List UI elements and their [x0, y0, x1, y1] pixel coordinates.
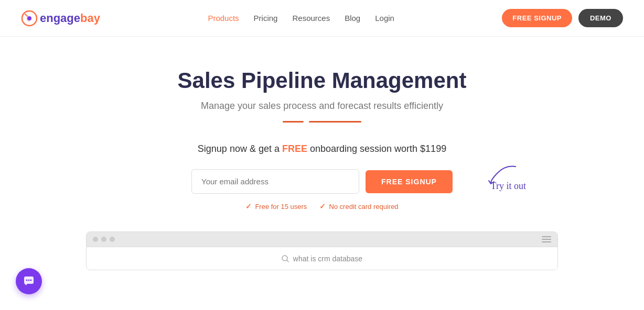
badge-no-cc-text: No credit card required: [329, 203, 398, 211]
email-row: FREE SIGNUP Try it out: [191, 169, 453, 194]
badge-free-text: Free for 15 users: [255, 203, 307, 211]
svg-point-6: [28, 280, 30, 281]
divider-short: [283, 121, 304, 123]
logo[interactable]: engagebay: [21, 10, 100, 27]
email-input[interactable]: [191, 169, 359, 194]
hero-section: Sales Pipeline Management Manage your sa…: [0, 37, 644, 286]
browser-bar: [87, 232, 557, 247]
browser-dots: [93, 237, 115, 242]
nav-pricing[interactable]: Pricing: [254, 14, 278, 23]
browser-menu-icon[interactable]: [542, 236, 551, 242]
nav-actions: FREE SIGNUP DEMO: [502, 9, 623, 27]
logo-engage-text: engage: [40, 12, 80, 25]
nav-login[interactable]: Login: [375, 14, 394, 23]
nav-resources[interactable]: Resources: [292, 14, 330, 23]
check-icon-free: ✓: [245, 202, 252, 211]
logo-icon: [21, 10, 38, 27]
menu-line-1: [542, 236, 551, 237]
hero-subtitle: Manage your sales process and forecast r…: [201, 101, 443, 112]
chat-bubble[interactable]: [16, 268, 42, 294]
hero-divider: [283, 121, 361, 123]
header-demo-button[interactable]: DEMO: [578, 9, 623, 27]
dot-1: [93, 237, 98, 242]
try-it-out-text: Try it out: [491, 181, 526, 192]
hero-signup-button[interactable]: FREE SIGNUP: [366, 170, 453, 193]
browser-content: what is crm database: [87, 247, 557, 270]
main-nav: Products Pricing Resources Blog Login: [208, 14, 394, 23]
browser-search-text: what is crm database: [293, 254, 362, 263]
menu-line-3: [542, 241, 551, 242]
dot-2: [101, 237, 106, 242]
badge-no-cc: ✓ No credit card required: [319, 202, 398, 211]
menu-line-2: [542, 239, 551, 240]
browser-mockup: what is crm database: [86, 231, 558, 270]
check-icon-nocc: ✓: [319, 202, 326, 211]
nav-blog[interactable]: Blog: [345, 14, 360, 23]
badge-free-users: ✓ Free for 15 users: [245, 202, 307, 211]
svg-point-7: [30, 280, 32, 281]
signup-promo: Signup now & get a FREE onboarding sessi…: [198, 143, 446, 154]
dot-3: [110, 237, 115, 242]
header: engagebay Products Pricing Resources Blo…: [0, 0, 644, 37]
header-free-signup-button[interactable]: FREE SIGNUP: [502, 9, 572, 27]
promo-free: FREE: [282, 143, 307, 154]
nav-products[interactable]: Products: [208, 14, 239, 23]
badge-row: ✓ Free for 15 users ✓ No credit card req…: [245, 202, 398, 211]
hero-title: Sales Pipeline Management: [178, 68, 467, 93]
logo-bay-text: bay: [80, 12, 100, 25]
browser-search-icon: [282, 255, 289, 262]
svg-point-1: [27, 16, 31, 20]
chat-icon: [23, 275, 35, 287]
divider-long: [309, 121, 361, 123]
svg-line-3: [287, 260, 288, 262]
svg-point-5: [26, 280, 28, 281]
try-it-out-annotation: Try it out: [487, 164, 526, 192]
